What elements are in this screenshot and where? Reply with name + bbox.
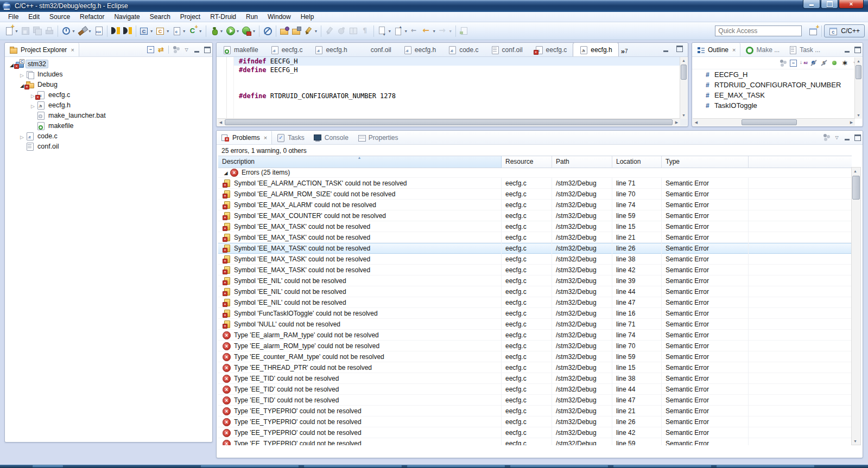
bottom-view-tab[interactable]: Tasks ×: [272, 131, 309, 144]
annotation-ruler[interactable]: [217, 57, 227, 119]
maximize-view-button[interactable]: [202, 44, 212, 55]
forward-button[interactable]: ▼: [437, 24, 453, 37]
problem-row[interactable]: Type 'EE_TYPEPRIO' could not be resolved…: [218, 427, 852, 438]
open-type-button[interactable]: [278, 24, 290, 37]
menu-item[interactable]: Run: [241, 12, 263, 21]
editor-tab[interactable]: × eecfg.h ×: [308, 43, 353, 56]
new-source-file-button[interactable]: ▼: [171, 24, 187, 37]
filters-button[interactable]: [840, 58, 850, 68]
scroll-down-icon[interactable]: ▼: [855, 112, 862, 119]
close-view-icon[interactable]: ×: [732, 47, 736, 53]
outline-item[interactable]: # EECFG_H: [693, 69, 855, 80]
scroll-thumb[interactable]: [852, 176, 860, 200]
scroll-up-icon[interactable]: ▲: [852, 168, 859, 175]
minimize-view-button[interactable]: [192, 44, 202, 55]
outline-view-tab[interactable]: Task ... ×: [784, 43, 825, 56]
scroll-thumb[interactable]: [856, 65, 861, 79]
outline-view-tab[interactable]: Make ... ×: [740, 43, 784, 56]
close-view-icon[interactable]: ×: [264, 134, 267, 141]
editor-tab[interactable]: × conf.oil ×: [485, 43, 529, 56]
collapse-all-button[interactable]: [145, 44, 156, 55]
problem-row[interactable]: Symbol 'EE_MAX_TASK' could not be resolv…: [218, 232, 852, 243]
scroll-thumb[interactable]: [742, 119, 797, 125]
sort-button[interactable]: [799, 58, 809, 68]
menu-item[interactable]: Navigate: [109, 12, 144, 21]
maximize-button[interactable]: [821, 0, 838, 9]
view-options-icon[interactable]: [821, 132, 832, 143]
problem-row[interactable]: Type 'EE_TID' could not be resolved eecf…: [218, 395, 852, 406]
refactor-button[interactable]: [335, 24, 347, 37]
problem-row[interactable]: Symbol 'EE_ALARM_ROM_SIZE' could not be …: [218, 189, 852, 200]
rtdruid-flash-2-button[interactable]: [122, 24, 134, 37]
view-options-icon[interactable]: [778, 58, 788, 68]
scroll-left-icon[interactable]: ◀: [217, 119, 224, 126]
mark-occurrences-button[interactable]: ▼: [302, 24, 319, 37]
problem-row[interactable]: Symbol 'EE_NIL' could not be resolved ee…: [218, 275, 852, 286]
tree-item[interactable]: × eecfg.c: [5, 89, 212, 100]
tree-item[interactable]: × makefile: [5, 120, 212, 131]
skip-all-breakpoints-button[interactable]: [262, 24, 274, 37]
title-bar[interactable]: C/C++ - stm32/Debug/eecfg.h - Eclipse ×: [0, 0, 868, 12]
problem-row[interactable]: Type 'EE_alarm_RAM_type' could not be re…: [218, 330, 852, 341]
scroll-right-icon[interactable]: ▶: [848, 119, 855, 126]
problem-row[interactable]: Symbol 'EE_MAX_TASK' could not be resolv…: [218, 221, 852, 232]
new-button[interactable]: ▼: [3, 24, 20, 37]
column-header-location[interactable]: Location: [612, 156, 662, 168]
maximize-editor-button[interactable]: [674, 45, 685, 53]
scroll-up-icon[interactable]: ▲: [680, 57, 687, 64]
scroll-down-icon[interactable]: ▼: [680, 112, 687, 119]
back-button[interactable]: ▼: [421, 24, 437, 37]
save-all-button[interactable]: [31, 24, 43, 37]
problem-row[interactable]: Type 'EE_THREAD_PTR' could not be resolv…: [218, 362, 852, 373]
outline-view-tab[interactable]: Outline ×: [692, 43, 740, 56]
tree-item[interactable]: × Includes: [5, 69, 212, 79]
outline-item[interactable]: # EE_MAX_TASK: [693, 90, 855, 100]
editor-vertical-scrollbar[interactable]: ▲ ▼: [680, 57, 687, 119]
column-header-description[interactable]: ▲Description: [218, 156, 502, 168]
collapse-all-button[interactable]: [788, 58, 799, 68]
link-with-editor-button[interactable]: [156, 44, 166, 55]
problem-row[interactable]: Symbol 'NULL' could not be resolved eecf…: [218, 319, 852, 330]
tree-item[interactable]: × make_launcher.bat: [5, 110, 212, 120]
problem-row[interactable]: Symbol 'EE_MAX_TASK' could not be resolv…: [218, 254, 852, 265]
scroll-down-icon[interactable]: ▼: [852, 438, 859, 445]
external-tools-button[interactable]: ▼: [240, 24, 257, 37]
editor-tab[interactable]: × eecfg.c ×: [529, 43, 573, 56]
problem-row[interactable]: Symbol 'EE_NIL' could not be resolved ee…: [218, 286, 852, 297]
problem-row[interactable]: Type 'EE_TID' could not be resolved eecf…: [218, 384, 852, 395]
bottom-view-tab[interactable]: Properties ×: [353, 131, 403, 144]
code-editor[interactable]: #ifndef EECFG_H#define EECFG_H#define RT…: [217, 57, 680, 119]
editor-tab[interactable]: × makefile ×: [217, 43, 264, 56]
folding-ruler[interactable]: [227, 57, 234, 119]
problem-row[interactable]: Symbol 'FuncTaskIOToggle' could not be r…: [218, 308, 852, 319]
expand-arrow-icon[interactable]: [18, 69, 26, 79]
tree-item[interactable]: × code.c: [5, 131, 212, 141]
menu-item[interactable]: Edit: [23, 12, 45, 21]
outline-item[interactable]: # TaskIOToggle: [693, 100, 855, 111]
problem-row[interactable]: Symbol 'EE_MAX_TASK' could not be resolv…: [218, 243, 852, 254]
expand-arrow-icon[interactable]: [29, 100, 36, 110]
tab-overflow-button[interactable]: » 7: [621, 46, 628, 56]
problem-row[interactable]: Type 'EE_alarm_ROM_type' could not be re…: [218, 341, 852, 351]
previous-annotation-button[interactable]: ▼: [392, 24, 409, 37]
quick-access-input[interactable]: [715, 25, 802, 36]
show-whitespace-button[interactable]: [359, 24, 371, 37]
scroll-thumb[interactable]: [225, 119, 673, 125]
view-menu-button[interactable]: [832, 132, 842, 143]
tree-item[interactable]: × Debug: [5, 79, 212, 89]
cpp-perspective-button[interactable]: C/C++: [824, 24, 865, 37]
column-header-resource[interactable]: Resource: [502, 156, 552, 168]
run-button[interactable]: ▼: [225, 24, 241, 37]
editor-tab[interactable]: × code.c ×: [442, 43, 484, 56]
outline-vertical-scrollbar[interactable]: ▲ ▼: [854, 57, 862, 119]
close-button[interactable]: ×: [839, 0, 864, 9]
hide-static-members-button[interactable]: [819, 58, 829, 68]
problem-row[interactable]: Symbol 'EE_NIL' could not be resolved ee…: [218, 297, 852, 308]
rtdruid-flash-1-button[interactable]: [110, 24, 122, 37]
outline-horizontal-scrollbar[interactable]: ◀ ▶: [693, 118, 855, 126]
minimize-editor-button[interactable]: [661, 45, 671, 53]
menu-item[interactable]: Help: [296, 12, 319, 21]
menu-item[interactable]: Source: [45, 12, 75, 21]
expand-arrow-icon[interactable]: [18, 131, 26, 141]
problem-row[interactable]: Symbol 'EE_MAX_ALARM' could not be resol…: [218, 200, 852, 210]
